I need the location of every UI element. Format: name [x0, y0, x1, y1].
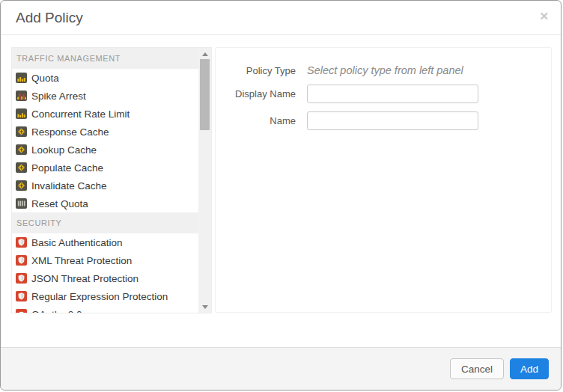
policy-item-label: Basic Authentication — [31, 237, 123, 248]
policy-list-item[interactable]: OAuth v2.0 — [12, 305, 198, 313]
policy-type-panel: TRAFFIC MANAGEMENTQuotaSpike ArrestConcu… — [11, 47, 212, 313]
cache-icon — [16, 126, 27, 137]
spike-arrest-icon — [16, 91, 27, 101]
policy-item-label: Lookup Cache — [31, 144, 97, 156]
policy-list-item[interactable]: Basic Authentication — [12, 233, 198, 251]
policy-list-item[interactable]: Regular Expression Protection — [12, 287, 198, 305]
display-name-row: Display Name — [216, 85, 551, 103]
policy-list-item[interactable]: XML Threat Protection — [12, 251, 198, 269]
policy-list-item[interactable]: JSON Threat Protection — [12, 269, 198, 287]
reset-quota-icon — [16, 198, 27, 209]
policy-list-item[interactable]: Spike Arrest — [12, 87, 198, 105]
name-row: Name — [216, 111, 551, 130]
policy-item-label: OAuth v2.0 — [31, 309, 82, 313]
policy-list-item[interactable]: Lookup Cache — [12, 141, 198, 159]
policy-item-label: Reset Quota — [31, 198, 88, 209]
policy-list-item[interactable]: Invalidate Cache — [12, 177, 198, 195]
name-field[interactable] — [307, 111, 478, 130]
cache-icon — [16, 144, 27, 155]
policy-list-item[interactable]: Quota — [12, 69, 198, 87]
cancel-button[interactable]: Cancel — [450, 358, 504, 379]
oauth-icon — [16, 309, 27, 313]
display-name-field[interactable] — [307, 85, 478, 103]
name-label: Name — [216, 115, 296, 126]
policy-list: TRAFFIC MANAGEMENTQuotaSpike ArrestConcu… — [12, 48, 198, 313]
policy-item-label: Spike Arrest — [31, 91, 86, 102]
shield-icon — [16, 273, 27, 284]
policy-type-label: Policy Type — [216, 65, 296, 76]
cache-icon — [16, 180, 27, 191]
scroll-up-icon[interactable] — [198, 49, 211, 58]
policy-type-row: Policy Type Select policy type from left… — [216, 64, 551, 76]
cache-icon — [16, 162, 27, 173]
policy-item-label: Populate Cache — [31, 162, 103, 174]
policy-list-item[interactable]: Concurrent Rate Limit — [12, 105, 198, 123]
dialog-title: Add Policy — [16, 10, 83, 26]
quota-icon — [16, 73, 27, 83]
policy-form-panel: Policy Type Select policy type from left… — [215, 47, 552, 313]
scrollbar-thumb[interactable] — [200, 59, 210, 130]
policy-item-label: JSON Threat Protection — [31, 273, 139, 284]
policy-type-value: Select policy type from left panel — [307, 64, 463, 76]
policy-item-label: Regular Expression Protection — [31, 291, 168, 302]
shield-icon — [16, 255, 27, 266]
policy-item-label: Response Cache — [31, 126, 109, 138]
policy-item-label: Invalidate Cache — [31, 180, 107, 192]
add-policy-dialog: Add Policy ✕ TRAFFIC MANAGEMENTQuotaSpik… — [0, 0, 562, 391]
scroll-down-icon[interactable] — [198, 302, 211, 311]
shield-icon — [16, 237, 27, 248]
policy-item-label: Concurrent Rate Limit — [31, 108, 130, 120]
close-icon[interactable]: ✕ — [539, 10, 549, 22]
list-scrollbar[interactable] — [198, 48, 211, 313]
section-header: SECURITY — [12, 212, 198, 233]
add-button[interactable]: Add — [510, 358, 549, 379]
policy-list-item[interactable]: Response Cache — [12, 123, 198, 141]
dialog-header: Add Policy ✕ — [1, 1, 561, 35]
policy-list-item[interactable]: Populate Cache — [12, 159, 198, 177]
policy-item-label: XML Threat Protection — [31, 255, 132, 266]
policy-list-item[interactable]: Reset Quota — [12, 195, 198, 212]
policy-item-label: Quota — [31, 73, 59, 84]
rate-limit-icon — [16, 108, 27, 119]
shield-icon — [16, 291, 27, 301]
dialog-footer: Cancel Add — [1, 347, 561, 390]
section-header: TRAFFIC MANAGEMENT — [12, 48, 198, 69]
display-name-label: Display Name — [216, 88, 296, 99]
